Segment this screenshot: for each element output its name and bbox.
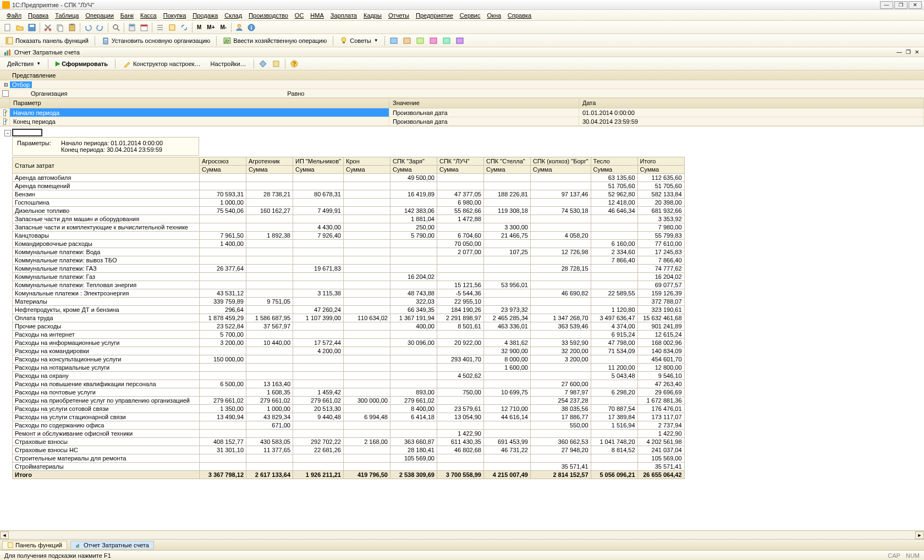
menu-item[interactable]: Касса [137, 11, 160, 20]
table-row[interactable]: Расходы по содержанию офиса671,00550,001… [13, 421, 685, 430]
doc-restore[interactable]: ❐ [904, 48, 912, 56]
table-row[interactable]: Прочие расходы23 522,8437 567,97400,008 … [13, 322, 685, 331]
info-icon[interactable]: i [246, 22, 257, 33]
redo-icon[interactable] [95, 22, 106, 33]
find-icon[interactable] [111, 22, 122, 33]
table-row[interactable]: Расходы на командировки4 200,0032 900,00… [13, 347, 685, 355]
menu-item[interactable]: НМА [307, 11, 327, 20]
doc-minimize[interactable]: — [895, 48, 903, 56]
tab-report[interactable]: Отчет Затратные счета [70, 541, 154, 550]
table-row[interactable]: Ремонт и обслуживание офисной техники1 4… [13, 430, 685, 438]
end-value[interactable]: Произвольная дата [389, 117, 579, 126]
menu-item[interactable]: Банк [117, 11, 137, 20]
generate-button[interactable]: ▶ Сформировать [52, 58, 112, 69]
new-icon[interactable] [2, 22, 13, 33]
table-row[interactable]: Коммунальные платежи: Тепловая энергия15… [13, 281, 685, 289]
set-org-button[interactable]: Установить основную организацию [98, 35, 213, 47]
table-row[interactable]: Расходы на охрану4 502,625 043,489 546,1… [13, 372, 685, 380]
calc-icon[interactable] [127, 22, 138, 33]
calendar-icon[interactable] [139, 22, 150, 33]
menu-item[interactable]: Предприятие [413, 11, 457, 20]
props-icon[interactable] [167, 22, 178, 33]
table-row[interactable]: Дизельное топливо75 540,06160 162,277 49… [13, 207, 685, 215]
table-row[interactable]: Нефтепродукты, кроме ДТ и бензина296,644… [13, 306, 685, 314]
end-date[interactable]: 30.04.2014 23:59:59 [579, 117, 924, 126]
minimize-button[interactable]: — [880, 1, 893, 9]
scroll-right-icon[interactable]: ► [915, 531, 924, 539]
menu-item[interactable]: Покупка [160, 11, 190, 20]
scroll-track[interactable] [9, 531, 915, 539]
tb2-icon-5[interactable] [441, 35, 452, 46]
paste-icon[interactable] [67, 22, 78, 33]
table-row[interactable]: Расходы на почтовые услуги1 608,351 459,… [13, 388, 685, 397]
menu-item[interactable]: Продажа [189, 11, 221, 20]
table-row[interactable]: Аренда помещений51 705,6051 705,60 [13, 182, 685, 190]
help-icon[interactable]: ? [289, 58, 300, 69]
table-row[interactable]: Расходы на повышение квалификации персон… [13, 380, 685, 388]
table-row[interactable]: Госпошлина1 000,006 980,0012 418,0020 39… [13, 199, 685, 207]
enter-op-button[interactable]: Дт Ввести хозяйственную операцию [220, 35, 329, 47]
table-row[interactable]: Расходы на консультационные услуги150 00… [13, 355, 685, 364]
tb2-icon-4[interactable] [428, 35, 439, 46]
menu-item[interactable]: Справка [504, 11, 535, 20]
table-row[interactable]: Запасные части для машин и оборудования1… [13, 215, 685, 223]
table-row[interactable]: Аренда автомобиля49 500,0063 135,60112 6… [13, 174, 685, 182]
org-checkbox[interactable] [2, 90, 9, 97]
menu-item[interactable]: Зарплата [327, 11, 360, 20]
table-row[interactable]: Бензин70 593,3128 738,2180 678,3116 419,… [13, 190, 685, 199]
table-row[interactable]: Коммунальные платежи: Газ16 204,0216 204… [13, 273, 685, 281]
table-row[interactable]: Коммунальные платежи: Вода2 077,00107,25… [13, 248, 685, 256]
menu-item[interactable]: Операции [82, 11, 117, 20]
table-row[interactable]: Расходы на услуги сотовой связи1 350,001… [13, 405, 685, 413]
link-icon[interactable] [179, 22, 190, 33]
show-panel-button[interactable]: Показать панель функций [2, 35, 91, 47]
menu-item[interactable]: ОС [292, 11, 307, 20]
open-icon[interactable] [14, 22, 25, 33]
table-row[interactable]: Коммунальные платежи: ГАЗ26 377,6419 671… [13, 265, 685, 273]
start-checkbox[interactable] [3, 109, 6, 116]
close-button[interactable]: ✕ [909, 1, 922, 9]
horizontal-scrollbar[interactable]: ◄ ► [0, 530, 924, 539]
end-checkbox[interactable] [3, 118, 6, 125]
filter-otbor-row[interactable]: ⊟ Отбор [0, 80, 924, 89]
table-row[interactable]: Расходы на услуги стационарной связи13 4… [13, 413, 685, 421]
menu-item[interactable]: Файл [3, 11, 25, 20]
settings-button[interactable]: Настройки… [207, 59, 250, 69]
menu-item[interactable]: Отчеты [385, 11, 413, 20]
undo-icon[interactable] [82, 22, 94, 33]
menu-item[interactable]: Сервис [457, 11, 484, 20]
action-icon-1[interactable] [257, 58, 268, 69]
table-row[interactable]: Страховые взносы НС31 301,1011 377,6522 … [13, 446, 685, 454]
tips-button[interactable]: Советы ▼ [337, 35, 381, 47]
table-row[interactable]: Стройматериалы35 571,4135 571,41 [13, 463, 685, 471]
table-row[interactable]: Запасные части и комплектующие к вычисли… [13, 223, 685, 232]
scroll-left-icon[interactable]: ◄ [0, 531, 9, 539]
table-row[interactable]: Комунальные платежи : Электроэнергия43 5… [13, 289, 685, 298]
table-row[interactable]: Канцтовары7 961,501 892,387 926,405 790,… [13, 232, 685, 240]
maximize-button[interactable]: ❐ [894, 1, 908, 9]
tb2-icon-1[interactable] [388, 35, 399, 46]
outline-collapse-button[interactable]: − [4, 130, 11, 136]
actions-dropdown[interactable]: Действия ▼ [3, 59, 45, 69]
doc-close[interactable]: ✕ [913, 48, 921, 56]
table-row[interactable]: Расходы на приобретение услуг по управле… [13, 397, 685, 405]
start-value[interactable]: Произвольная дата [389, 108, 579, 117]
memory-mminus[interactable]: M- [218, 23, 229, 32]
menu-item[interactable]: Склад [221, 11, 245, 20]
start-date[interactable]: 01.01.2014 0:00:00 [579, 108, 924, 117]
table-row[interactable]: Расходы на информационные услуги3 200,00… [13, 339, 685, 347]
cut-icon[interactable] [42, 22, 53, 33]
tb2-icon-2[interactable] [402, 35, 413, 46]
start-period-cell[interactable]: Начало периода [10, 108, 389, 117]
user-icon[interactable] [234, 22, 245, 33]
list-icon[interactable] [155, 22, 166, 33]
table-row[interactable]: Строительные материалы для ремонта105 56… [13, 454, 685, 463]
end-period-cell[interactable]: Конец периода [10, 117, 389, 126]
tb2-icon-6[interactable] [454, 35, 465, 46]
table-row[interactable]: Материалы339 759,899 751,05322,0322 955,… [13, 298, 685, 306]
menu-item[interactable]: Производство [245, 11, 292, 20]
constructor-button[interactable]: Конструктор настроек… [119, 58, 205, 70]
action-icon-2[interactable] [271, 58, 282, 69]
memory-m[interactable]: M [195, 23, 204, 32]
table-row[interactable]: Расходы на интернет5 700,006 915,2412 61… [13, 331, 685, 339]
